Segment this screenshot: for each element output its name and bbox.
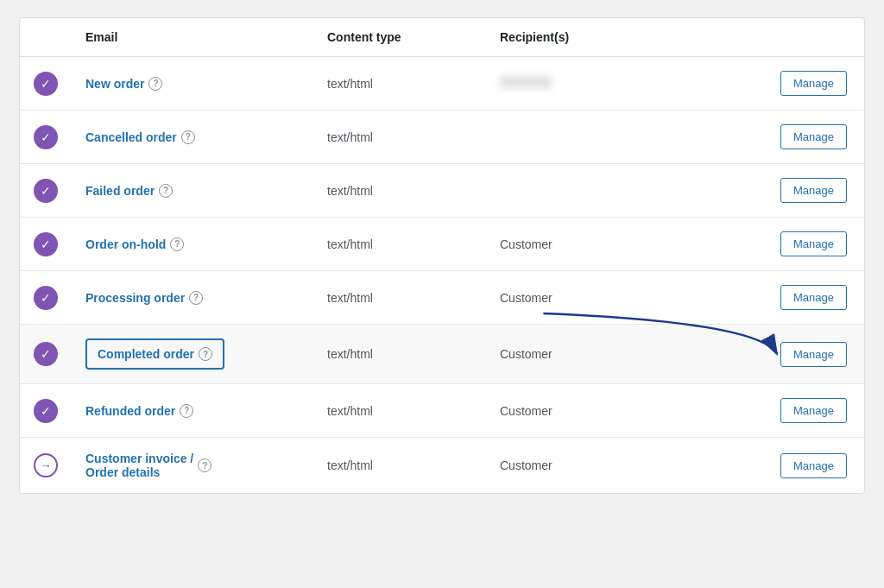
content-type-cell: text/html: [313, 164, 486, 218]
action-cell: Manage: [659, 438, 864, 494]
action-cell: Manage: [659, 325, 864, 384]
action-cell: Manage: [659, 57, 864, 111]
action-cell: Manage: [659, 271, 864, 325]
email-name-cell[interactable]: Failed order?: [72, 164, 313, 218]
recipients-cell: Customer: [486, 218, 659, 271]
manage-button-failed-order[interactable]: Manage: [780, 178, 847, 203]
table-row-refunded-order: ✓Refunded order?text/htmlCustomerManage: [20, 384, 864, 438]
check-icon: ✓: [34, 125, 58, 149]
help-icon[interactable]: ?: [181, 130, 195, 144]
manage-button-processing-order[interactable]: Manage: [780, 285, 847, 310]
manage-button-order-on-hold[interactable]: Manage: [780, 231, 847, 256]
content-type-cell: text/html: [313, 271, 486, 325]
content-type-cell: text/html: [313, 384, 486, 438]
col-email: Email: [72, 18, 313, 57]
status-icon-cell: ✓: [20, 218, 72, 271]
email-name-link[interactable]: Refunded order: [85, 404, 175, 418]
table-row-cancelled-order: ✓Cancelled order?text/htmlManage: [20, 111, 864, 164]
recipients-cell: [486, 57, 659, 111]
status-icon-cell: ✓: [20, 325, 72, 384]
manage-button-cancelled-order[interactable]: Manage: [780, 124, 847, 149]
table-row-completed-order: ✓Completed order?text/htmlCustomerManage: [20, 325, 864, 384]
email-name-cell[interactable]: Processing order?: [72, 271, 313, 325]
emails-table: Email Content type Recipient(s) ✓New ord…: [20, 18, 864, 493]
help-icon[interactable]: ?: [199, 347, 212, 361]
email-name-cell[interactable]: New order?: [72, 57, 313, 111]
check-icon: ✓: [34, 179, 58, 203]
action-cell: Manage: [659, 164, 864, 218]
content-type-cell: text/html: [313, 57, 486, 111]
email-name-link[interactable]: Processing order: [85, 291, 185, 305]
arrow-circle-icon: →: [34, 453, 58, 477]
recipients-cell: Customer: [486, 271, 659, 325]
check-icon: ✓: [34, 286, 58, 310]
action-cell: Manage: [659, 111, 864, 164]
email-name-link[interactable]: Order on-hold: [85, 237, 166, 251]
status-icon-cell: ✓: [20, 57, 72, 111]
email-name-link[interactable]: Cancelled order: [85, 130, 177, 144]
col-icon: [20, 18, 72, 57]
table-header-row: Email Content type Recipient(s): [20, 18, 864, 57]
content-type-cell: text/html: [313, 111, 486, 164]
email-name-link[interactable]: Completed order: [98, 347, 194, 361]
content-type-cell: text/html: [313, 218, 486, 271]
action-cell: Manage: [659, 218, 864, 271]
help-icon[interactable]: ?: [170, 237, 184, 251]
table-row-customer-invoice: →Customer invoice /Order details?text/ht…: [20, 438, 864, 494]
email-name-cell[interactable]: Order on-hold?: [72, 218, 313, 271]
email-name-cell[interactable]: Completed order?: [72, 325, 313, 384]
blurred-recipient: [500, 76, 552, 88]
help-icon[interactable]: ?: [159, 184, 173, 198]
recipients-cell: [486, 164, 659, 218]
email-name-link[interactable]: New order: [85, 77, 144, 91]
check-icon: ✓: [34, 72, 58, 96]
status-icon-cell: →: [20, 438, 72, 494]
check-icon: ✓: [34, 232, 58, 256]
help-icon[interactable]: ?: [189, 291, 203, 305]
email-name-link[interactable]: Customer invoice /Order details: [85, 452, 193, 479]
table-row-new-order: ✓New order?text/htmlManage: [20, 57, 864, 111]
manage-button-customer-invoice[interactable]: Manage: [780, 453, 847, 478]
manage-button-new-order[interactable]: Manage: [780, 71, 847, 96]
help-icon[interactable]: ?: [180, 404, 193, 418]
status-icon-cell: ✓: [20, 384, 72, 438]
email-name-cell[interactable]: Refunded order?: [72, 384, 313, 438]
check-icon: ✓: [34, 342, 58, 366]
email-name-link[interactable]: Failed order: [85, 184, 155, 198]
email-name-cell[interactable]: Customer invoice /Order details?: [72, 438, 313, 494]
status-icon-cell: ✓: [20, 271, 72, 325]
table-row-order-on-hold: ✓Order on-hold?text/htmlCustomerManage: [20, 218, 864, 271]
recipients-cell: Customer: [486, 384, 659, 438]
recipients-cell: Customer: [486, 325, 659, 384]
col-recipients: Recipient(s): [486, 18, 659, 57]
table-wrapper: Email Content type Recipient(s) ✓New ord…: [20, 18, 864, 493]
check-icon: ✓: [34, 399, 58, 423]
status-icon-cell: ✓: [20, 111, 72, 164]
recipients-cell: [486, 111, 659, 164]
action-cell: Manage: [659, 384, 864, 438]
table-row-failed-order: ✓Failed order?text/htmlManage: [20, 164, 864, 218]
status-icon-cell: ✓: [20, 164, 72, 218]
help-icon[interactable]: ?: [198, 458, 212, 472]
email-table-container: Email Content type Recipient(s) ✓New ord…: [19, 17, 865, 494]
recipients-cell: Customer: [486, 438, 659, 494]
table-row-processing-order: ✓Processing order?text/htmlCustomerManag…: [20, 271, 864, 325]
manage-button-completed-order[interactable]: Manage: [780, 342, 847, 367]
content-type-cell: text/html: [313, 438, 486, 494]
email-name-cell[interactable]: Cancelled order?: [72, 111, 313, 164]
manage-button-refunded-order[interactable]: Manage: [780, 398, 847, 423]
col-action: [659, 18, 864, 57]
content-type-cell: text/html: [313, 325, 486, 384]
help-icon[interactable]: ?: [148, 77, 162, 91]
col-content-type: Content type: [313, 18, 486, 57]
